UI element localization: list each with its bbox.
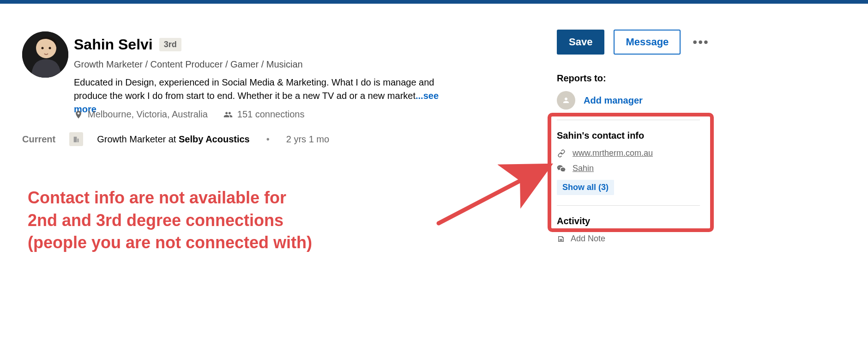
link-icon xyxy=(557,149,566,158)
annotation-line-2: 2nd and 3rd degree connections xyxy=(28,209,312,232)
tenure: 2 yrs 1 mo xyxy=(286,134,329,145)
connections-text: 151 connections xyxy=(237,109,305,120)
more-actions-icon[interactable]: ••• xyxy=(690,35,711,49)
connection-degree-badge: 3rd xyxy=(159,38,181,51)
top-bar xyxy=(0,0,868,4)
add-note-label: Add Note xyxy=(571,234,605,244)
bio-text: Educated in Design, experienced in Socia… xyxy=(74,77,434,101)
annotation-line-3: (people you are not connected with) xyxy=(28,232,312,254)
add-manager-link[interactable]: Add manager xyxy=(584,95,643,106)
separator-dot: • xyxy=(264,134,272,145)
connections[interactable]: 151 connections xyxy=(223,109,305,120)
annotation-arrow xyxy=(434,138,563,230)
location-pin-icon xyxy=(74,110,83,119)
message-button[interactable]: Message xyxy=(614,30,681,55)
profile-avatar[interactable] xyxy=(22,31,68,78)
activity-section: Activity Add Note xyxy=(557,216,709,244)
manager-avatar-placeholder xyxy=(557,91,575,110)
contact-info-heading: Sahin's contact info xyxy=(557,130,709,141)
company-icon xyxy=(69,132,83,146)
svg-line-4 xyxy=(439,165,549,223)
avatar-image xyxy=(22,31,68,78)
show-all-contact-link[interactable]: Show all (3) xyxy=(557,180,614,195)
svg-point-2 xyxy=(42,47,44,49)
reports-to-heading: Reports to: xyxy=(557,73,709,84)
activity-heading: Activity xyxy=(557,216,709,226)
contact-wechat-link[interactable]: Sahin xyxy=(573,164,594,173)
note-icon xyxy=(557,235,565,243)
svg-point-3 xyxy=(49,47,51,49)
wechat-icon xyxy=(557,164,566,173)
contact-info-section: Sahin's contact info www.mrtherm.com.au … xyxy=(557,130,709,195)
role-prefix: Growth Marketer at xyxy=(97,134,179,144)
save-button[interactable]: Save xyxy=(557,30,604,55)
people-icon xyxy=(223,110,233,119)
location-text: Melbourne, Victoria, Australia xyxy=(88,109,208,120)
add-note-button[interactable]: Add Note xyxy=(557,234,709,244)
contact-website-link[interactable]: www.mrtherm.com.au xyxy=(573,148,653,158)
building-icon xyxy=(72,135,80,143)
divider xyxy=(557,205,700,206)
page: Sahin Selvi 3rd Growth Marketer / Conten… xyxy=(0,4,868,355)
location: Melbourne, Victoria, Australia xyxy=(74,109,208,120)
person-icon xyxy=(562,96,570,104)
divider xyxy=(557,120,700,120)
right-rail: Save Message ••• Reports to: Add manager… xyxy=(557,30,709,244)
annotation-text: Contact info are not available for 2nd a… xyxy=(28,187,312,254)
profile-headline: Growth Marketer / Content Producer / Gam… xyxy=(74,59,303,70)
company-name[interactable]: Selby Acoustics xyxy=(179,134,250,144)
current-role: Growth Marketer at Selby Acoustics xyxy=(97,134,249,145)
annotation-line-1: Contact info are not available for xyxy=(28,187,312,209)
current-label: Current xyxy=(22,134,55,145)
reports-to-section: Reports to: Add manager xyxy=(557,73,709,110)
profile-name: Sahin Selvi xyxy=(74,36,153,53)
